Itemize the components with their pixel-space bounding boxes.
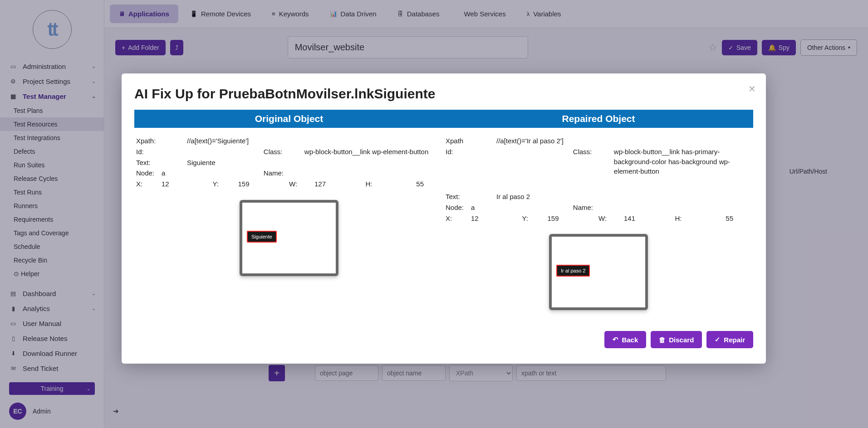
repaired-xpath: //a[text()='Ir al paso 2'] <box>496 136 751 146</box>
label-xpath: Xpath <box>446 136 496 146</box>
repaired-preview: Ir al paso 2 <box>549 234 648 310</box>
ai-fixup-modal: ✕ AI Fix Up for PruebaBotnMovilser.lnkSi… <box>122 73 766 364</box>
repaired-text: Ir al paso 2 <box>496 192 751 202</box>
repair-button[interactable]: ✓Repair <box>706 331 753 348</box>
modal-title: AI Fix Up for PruebaBotnMovilser.lnkSigu… <box>134 86 753 102</box>
repaired-id <box>471 147 573 176</box>
repaired-node: a <box>471 203 573 213</box>
label-node: Node: <box>136 168 162 178</box>
label-name: Name: <box>573 203 614 213</box>
label-class: Class: <box>264 147 304 157</box>
button-label: Discard <box>669 336 694 344</box>
original-node: a <box>162 168 264 178</box>
label-y: Y: <box>522 214 548 224</box>
trash-icon: 🗑 <box>659 336 666 344</box>
header-repaired: Repaired Object <box>444 110 753 128</box>
close-icon[interactable]: ✕ <box>748 83 756 94</box>
comparison-headers: Original Object Repaired Object <box>134 110 753 128</box>
label-class: Class: <box>573 147 614 176</box>
original-y: 159 <box>238 179 289 189</box>
repaired-column: Xpath//a[text()='Ir al paso 2'] Id: Clas… <box>444 134 753 310</box>
back-button[interactable]: ↶Back <box>604 331 646 348</box>
label-x: X: <box>446 214 471 224</box>
label-w: W: <box>289 179 314 189</box>
label-text: Text: <box>446 192 496 202</box>
repaired-class: wp-block-button__link has-primary-backgr… <box>614 147 751 176</box>
original-w: 127 <box>314 179 366 189</box>
label-w: W: <box>598 214 624 224</box>
label-name: Name: <box>264 168 304 178</box>
label-xpath: Xpath: <box>136 136 187 146</box>
button-label: Repair <box>724 336 745 344</box>
discard-button[interactable]: 🗑Discard <box>651 331 702 348</box>
original-class: wp-block-button__link wp-element-button <box>304 147 442 157</box>
label-h: H: <box>366 179 391 189</box>
label-h: H: <box>675 214 701 224</box>
original-preview-highlight: Siguiente <box>247 231 277 243</box>
button-label: Back <box>622 336 638 344</box>
original-preview: Siguiente <box>240 200 338 276</box>
label-id: Id: <box>446 147 471 176</box>
repaired-x: 12 <box>471 214 522 224</box>
check-icon: ✓ <box>715 336 721 344</box>
repaired-h: 55 <box>701 214 752 224</box>
label-node: Node: <box>446 203 471 213</box>
original-id <box>162 147 264 157</box>
undo-icon: ↶ <box>613 336 618 344</box>
original-x: 12 <box>162 179 213 189</box>
modal-actions: ↶Back 🗑Discard ✓Repair <box>134 331 753 348</box>
original-text: Siguiente <box>187 158 442 168</box>
label-text: Text: <box>136 158 187 168</box>
original-name <box>304 168 442 178</box>
repaired-y: 159 <box>548 214 599 224</box>
original-column: Xpath://a[text()='Siguiente'] Id: Class:… <box>134 134 444 310</box>
repaired-name <box>614 203 751 213</box>
label-x: X: <box>136 179 162 189</box>
label-y: Y: <box>213 179 238 189</box>
label-id: Id: <box>136 147 162 157</box>
repaired-preview-highlight: Ir al paso 2 <box>556 265 590 277</box>
original-h: 55 <box>391 179 442 189</box>
original-xpath: //a[text()='Siguiente'] <box>187 136 442 146</box>
repaired-w: 141 <box>624 214 675 224</box>
header-original: Original Object <box>134 110 444 128</box>
